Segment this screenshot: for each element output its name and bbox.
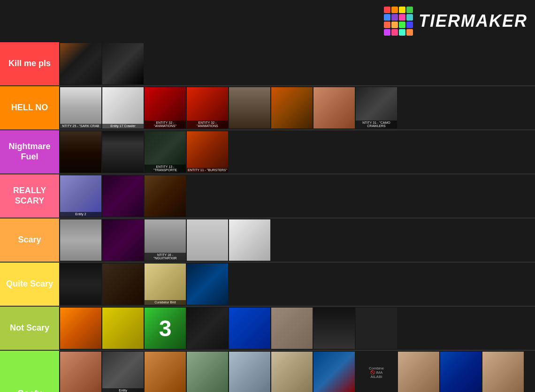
list-item[interactable] — [60, 219, 101, 261]
list-item[interactable] — [102, 308, 144, 349]
logo-cell — [384, 29, 390, 36]
item-label: NTITY 16 - "NGUITHR'XIIR — [145, 253, 186, 261]
item-image — [271, 87, 313, 128]
tier-label-notscary: Not Scary — [0, 307, 59, 350]
logo-cell — [391, 7, 398, 13]
item-image — [145, 175, 186, 217]
logo-cell — [406, 29, 413, 36]
tier-items-hellno: NTITY 25 - "SARK CRAB Entity 17 Crawler … — [59, 86, 535, 129]
list-item[interactable]: NTITY 16 - "NGUITHR'XIIR — [145, 219, 186, 261]
item-image — [102, 87, 144, 128]
item-image — [271, 352, 313, 392]
list-item[interactable] — [229, 308, 270, 349]
item-image — [229, 308, 270, 349]
logo-cell — [384, 22, 390, 28]
item-image — [187, 264, 228, 305]
item-image — [313, 87, 355, 128]
logo-cell — [399, 22, 405, 28]
item-image — [60, 175, 101, 217]
list-item[interactable] — [187, 219, 228, 261]
item-image — [440, 352, 482, 392]
item-image — [102, 264, 144, 305]
tier-row-scary: Scary NTITY 16 - "NGUITHR'XIIR — [0, 219, 535, 263]
list-item[interactable] — [60, 43, 101, 84]
tier-label-quitescary: Quite Scary — [0, 263, 59, 306]
item-label: ENTITY 32 - "ANIMATIONS — [187, 121, 228, 128]
list-item[interactable] — [229, 87, 270, 128]
list-item[interactable] — [398, 352, 439, 392]
item-image — [60, 352, 101, 392]
list-item[interactable]: NTITY 25 - "SARK CRAB — [60, 87, 101, 128]
list-item[interactable] — [102, 264, 144, 305]
list-item[interactable] — [187, 308, 228, 349]
logo-cell — [399, 29, 405, 36]
tier-row-goofy: Goofy Entity — [0, 351, 535, 392]
logo-cell — [399, 7, 405, 13]
list-item[interactable]: Curabatur Bird — [145, 264, 186, 305]
item-image — [187, 131, 228, 173]
list-item[interactable] — [229, 219, 270, 261]
logo-cell — [399, 14, 405, 21]
list-item[interactable] — [60, 131, 101, 173]
list-item[interactable] — [356, 308, 397, 349]
list-item[interactable] — [102, 219, 144, 261]
list-item[interactable] — [440, 352, 482, 392]
list-item[interactable]: Combine🚫 IMAAILABI — [356, 352, 397, 392]
tier-label-goofy: Goofy — [0, 351, 59, 392]
tier-items-scary: NTITY 16 - "NGUITHR'XIIR — [59, 219, 535, 262]
list-item[interactable] — [482, 352, 524, 392]
no-image-text: Combine🚫 IMAAILABI — [367, 364, 386, 381]
item-image: 3 — [145, 308, 186, 349]
list-item[interactable] — [145, 175, 186, 217]
logo-cell — [406, 7, 413, 13]
tier-items-goofy: Entity Combine🚫 IMAAILABI — [59, 351, 535, 392]
item-image — [102, 352, 144, 392]
list-item[interactable]: NTITY 31 - "CAMO CRAWLERS — [356, 87, 397, 128]
list-item[interactable] — [313, 352, 355, 392]
logo-cell — [391, 29, 398, 36]
list-item[interactable]: ENTITY 32 - "ANIMATIONS" — [145, 87, 186, 128]
list-item[interactable] — [313, 87, 355, 128]
list-item[interactable] — [60, 352, 101, 392]
header: TiERMAKER — [0, 0, 535, 42]
logo-text: TiERMAKER — [419, 11, 527, 31]
list-item[interactable] — [271, 352, 313, 392]
list-item[interactable]: ENTITY 13 - "TRANSPORTE — [145, 131, 186, 173]
list-item[interactable] — [102, 43, 144, 84]
list-item[interactable]: ENTITY 32 - "ANIMATIONS — [187, 87, 228, 128]
item-image — [102, 175, 144, 217]
item-image — [187, 219, 228, 261]
logo-cell — [384, 7, 390, 13]
list-item[interactable]: ENTITY 11 - "BURSTERS" — [187, 131, 228, 173]
list-item[interactable] — [145, 352, 186, 392]
item-image — [60, 43, 101, 84]
list-item[interactable] — [60, 308, 101, 349]
list-item[interactable]: Entity 17 Crawler — [102, 87, 144, 128]
list-item[interactable] — [313, 308, 355, 349]
tier-row-reallyscary: REALLY SCARY Entity 2 — [0, 174, 535, 219]
list-item[interactable] — [271, 308, 313, 349]
list-item[interactable] — [271, 87, 313, 128]
list-item[interactable] — [187, 352, 228, 392]
list-item[interactable] — [102, 175, 144, 217]
item-label: NTITY 31 - "CAMO CRAWLERS — [356, 121, 397, 128]
list-item[interactable]: Entity 2 — [60, 175, 101, 217]
tier-items-quitescary: Curabatur Bird — [59, 263, 535, 306]
list-item[interactable] — [229, 352, 270, 392]
item-image — [398, 352, 439, 392]
item-image — [187, 308, 228, 349]
item-label: Entity 2 — [60, 212, 101, 217]
tier-row-notscary: Not Scary 3 — [0, 307, 535, 351]
tier-label-scary: Scary — [0, 219, 59, 262]
item-image — [145, 352, 186, 392]
list-item[interactable]: 3 — [145, 308, 186, 349]
list-item[interactable] — [187, 264, 228, 305]
list-item[interactable] — [102, 131, 144, 173]
logo-cell — [391, 14, 398, 21]
logo-icon — [384, 7, 413, 36]
list-item[interactable] — [60, 264, 101, 305]
item-label: Entity 17 Crawler — [102, 124, 144, 128]
item-image — [229, 352, 270, 392]
number-3: 3 — [159, 316, 172, 341]
list-item[interactable]: Entity — [102, 352, 144, 392]
